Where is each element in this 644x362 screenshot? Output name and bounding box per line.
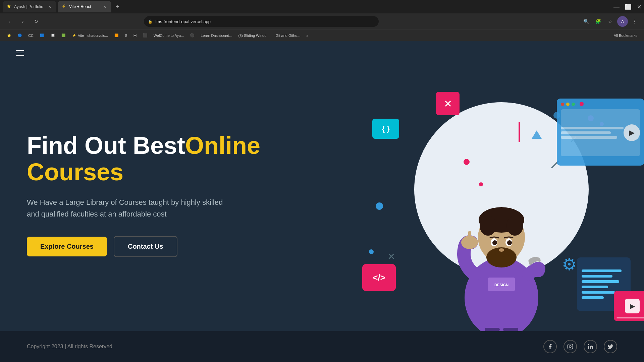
- svg-point-3: [480, 216, 496, 236]
- screen-lines: [561, 127, 624, 139]
- hero-content: Find Out BestOnline Courses We Have a La…: [27, 132, 260, 257]
- browser-chrome: ⭐ Ayush | Portfolio ✕ ⚡ Vite + React ✕ +…: [0, 0, 644, 41]
- html-tag-card: </>: [362, 264, 396, 291]
- hamburger-menu[interactable]: [13, 48, 27, 58]
- bookmark-2[interactable]: 🔵: [15, 32, 25, 39]
- bookmark-dashboard[interactable]: Learn Dashboard...: [198, 32, 235, 39]
- magenta-line: [519, 122, 520, 142]
- text-line-3: [582, 280, 619, 283]
- address-bar-row: ‹ › ↻ 🔒 lms-frontend-opal.vercel.app 🔍 🧩…: [0, 13, 644, 29]
- bookmark-5[interactable]: 🔲: [48, 32, 58, 39]
- gear-icon: ⚙: [562, 255, 577, 274]
- reload-button[interactable]: ↻: [31, 16, 42, 27]
- tab-close-vite[interactable]: ✕: [102, 4, 107, 9]
- dot-blue-1: [376, 202, 383, 210]
- bookmark-vite-shadcn[interactable]: ⚡Vite - shadcn/uis...: [69, 32, 111, 39]
- linkedin-icon[interactable]: [584, 340, 597, 353]
- bookmark-more[interactable]: »: [304, 32, 311, 39]
- zoom-button[interactable]: 🔍: [581, 16, 592, 27]
- bookmark-gh[interactable]: ⚫: [187, 32, 197, 39]
- code-brackets-text: { }: [382, 124, 389, 133]
- screen-content: ▶: [561, 109, 640, 156]
- close-icon: ✕: [444, 98, 452, 110]
- profile-button[interactable]: A: [617, 16, 628, 27]
- top-nav: [0, 41, 644, 65]
- tab-ayush[interactable]: ⭐ Ayush | Portfolio ✕: [3, 1, 56, 12]
- video-controls: [616, 317, 644, 318]
- bookmark-8[interactable]: S: [122, 32, 130, 39]
- html-tag-text: </>: [373, 273, 385, 283]
- text-line-4: [582, 286, 608, 288]
- dot-blue-top: [553, 112, 560, 119]
- screen-header: [561, 103, 640, 106]
- bookmark-6[interactable]: 🟩: [58, 32, 68, 39]
- all-bookmarks[interactable]: All Bookmarks: [611, 32, 640, 39]
- triangle-shape: [532, 130, 542, 139]
- tab-label-vite: Vite + React: [69, 4, 91, 9]
- x-mark-1: ✕: [387, 251, 395, 262]
- bookmark-10[interactable]: ⬛: [140, 32, 150, 39]
- bookmark-sliding[interactable]: (8) Sliding Windo...: [236, 32, 272, 39]
- hero-title-part2: Online: [185, 132, 260, 159]
- hamburger-line-1: [16, 50, 24, 51]
- hero-title-part3: Courses: [27, 159, 123, 185]
- screen-card: ▶: [557, 99, 644, 166]
- address-box[interactable]: 🔒 lms-frontend-opal.vercel.app: [144, 16, 379, 27]
- bookmarks-bar: ⭐ 🔵 CC 🟦 🔲 🟩 ⚡Vite - shadcn/uis... 🟧 S H…: [0, 29, 644, 41]
- lock-icon: 🔒: [148, 19, 153, 24]
- tab-favicon-ayush: ⭐: [7, 4, 11, 9]
- svg-rect-15: [503, 328, 518, 331]
- minimize-button[interactable]: —: [613, 3, 620, 10]
- tab-bar: ⭐ Ayush | Portfolio ✕ ⚡ Vite + React ✕ +…: [0, 0, 644, 13]
- tab-vite[interactable]: ⚡ Vite + React ✕: [58, 1, 111, 12]
- screen-dot-green: [572, 103, 575, 106]
- facebook-icon[interactable]: [543, 340, 557, 353]
- address-text: lms-frontend-opal.vercel.app: [155, 19, 211, 24]
- svg-rect-14: [485, 328, 500, 331]
- forward-button[interactable]: ›: [17, 16, 28, 27]
- screen-line-1: [561, 127, 624, 129]
- page-wrapper: Find Out BestOnline Courses We Have a La…: [0, 41, 644, 362]
- svg-text:DESIGN: DESIGN: [494, 283, 508, 287]
- extensions-button[interactable]: 🧩: [593, 16, 604, 27]
- video-progress: [616, 317, 644, 318]
- back-button[interactable]: ‹: [4, 16, 15, 27]
- menu-button[interactable]: ⋮: [629, 16, 640, 27]
- code-brackets-card: { }: [372, 119, 399, 139]
- svg-point-18: [588, 344, 589, 345]
- close-card: ✕: [436, 92, 460, 115]
- contact-us-button[interactable]: Contact Us: [114, 236, 177, 257]
- text-line-5: [582, 291, 615, 294]
- hero-illustration: ✕ { } ✕ </>: [359, 65, 644, 331]
- dot-pink-1: [464, 159, 470, 165]
- bookmark-star[interactable]: ☆: [605, 16, 616, 27]
- hero-buttons: Explore Courses Contact Us: [27, 236, 260, 257]
- explore-courses-button[interactable]: Explore Courses: [27, 237, 107, 256]
- bookmark-1[interactable]: ⭐: [4, 32, 14, 39]
- maximize-button[interactable]: ⬜: [625, 4, 632, 10]
- tab-favicon-vite: ⚡: [62, 4, 66, 9]
- bookmark-welcome[interactable]: WelCome to Ayu...: [151, 32, 187, 39]
- tab-close-ayush[interactable]: ✕: [47, 4, 52, 9]
- new-tab-button[interactable]: +: [113, 2, 122, 11]
- bookmark-9[interactable]: H: [131, 32, 140, 40]
- hamburger-line-2: [16, 53, 24, 53]
- text-line-1: [582, 269, 622, 272]
- bookmark-cc[interactable]: CC: [25, 32, 36, 39]
- twitter-icon[interactable]: [604, 340, 617, 353]
- svg-point-9: [507, 240, 512, 245]
- hamburger-line-3: [16, 55, 24, 56]
- close-button[interactable]: ✕: [637, 4, 641, 10]
- bookmark-4[interactable]: 🟦: [37, 32, 47, 39]
- instagram-icon[interactable]: [564, 340, 577, 353]
- browser-actions: 🔍 🧩 ☆ A ⋮: [581, 16, 640, 27]
- footer: Copyright 2023 | All rights Reserved: [0, 331, 644, 362]
- play-circle: ▶: [624, 124, 640, 141]
- svg-point-8: [492, 240, 497, 245]
- hero-title: Find Out BestOnline Courses: [27, 132, 260, 185]
- bookmark-git[interactable]: Git and Githu...: [273, 32, 303, 39]
- screen-line-3: [561, 136, 617, 139]
- dot-blue-2: [369, 249, 374, 254]
- footer-copyright: Copyright 2023 | All rights Reserved: [27, 344, 112, 350]
- bookmark-7[interactable]: 🟧: [111, 32, 121, 39]
